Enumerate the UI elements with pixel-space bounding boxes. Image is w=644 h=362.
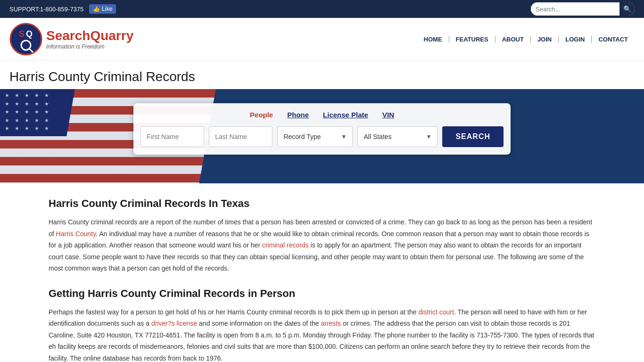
search-panel: People Phone License Plate VIN Record Ty…	[133, 103, 511, 155]
tab-vin[interactable]: VIN	[382, 111, 394, 121]
harris-county-link[interactable]: Harris County	[56, 230, 96, 238]
logo-title-part1: Search	[46, 28, 90, 43]
section1-text: Harris County criminal records are a rep…	[49, 216, 595, 274]
section1-heading: Harris County Criminal Records In Texas	[49, 197, 595, 210]
top-bar-left: SUPPORT:1-800-859-7375 👍 Like	[9, 4, 116, 14]
nav-login[interactable]: LOGIN	[559, 36, 592, 43]
top-bar: SUPPORT:1-800-859-7375 👍 Like 🔍	[0, 0, 644, 18]
logo-title: SearchQuarry	[46, 28, 133, 43]
tab-license-plate[interactable]: License Plate	[323, 111, 368, 121]
last-name-input[interactable]	[209, 133, 272, 140]
flag-stars: ★ ★ ★ ★ ★ ★ ★ ★ ★ ★ ★ ★ ★ ★ ★ ★ ★ ★ ★ ★ …	[5, 91, 66, 133]
nav-features[interactable]: FEATURES	[449, 36, 495, 43]
nav-home[interactable]: HOME	[417, 36, 449, 43]
drivers-license-link[interactable]: driver?s license	[151, 320, 197, 327]
all-states-arrow: ▼	[426, 133, 432, 140]
header: S Q SearchQuarry Information is Freedom …	[0, 18, 644, 61]
first-name-wrap	[140, 126, 204, 147]
fb-thumb-icon: 👍	[93, 6, 100, 12]
top-search-button[interactable]: 🔍	[619, 2, 635, 16]
district-court-link[interactable]: district court	[418, 308, 454, 316]
fb-like-button[interactable]: 👍 Like	[89, 4, 116, 14]
hero-banner: ★ ★ ★ ★ ★ ★ ★ ★ ★ ★ ★ ★ ★ ★ ★ ★ ★ ★ ★ ★ …	[0, 89, 644, 183]
svg-text:S: S	[19, 29, 25, 39]
logo-title-part2: Quarry	[90, 28, 133, 43]
record-type-label: Record Type	[283, 133, 321, 140]
logo-area: S Q SearchQuarry Information is Freedom	[9, 23, 133, 56]
criminal-records-link[interactable]: criminal records	[262, 241, 309, 249]
nav-contact[interactable]: CONTACT	[592, 36, 635, 43]
nav-join[interactable]: JOIN	[531, 36, 559, 43]
search-tabs: People Phone License Plate VIN	[133, 103, 511, 126]
arrests-link[interactable]: arrests	[321, 320, 341, 327]
section2-text: Perhaps the fastest way for a person to …	[49, 306, 595, 362]
logo-text: SearchQuarry Information is Freedom	[46, 28, 133, 50]
all-states-label: All States	[363, 133, 391, 140]
page-title: Harris County Criminal Records	[9, 69, 635, 84]
support-phone: SUPPORT:1-800-859-7375	[9, 6, 83, 13]
logo-icon: S Q	[9, 23, 42, 56]
all-states-dropdown[interactable]: All States ▼	[357, 126, 438, 147]
record-type-arrow: ▼	[341, 133, 347, 140]
logo-subtitle: Information is Freedom	[46, 43, 133, 50]
search-button[interactable]: SEARCH	[442, 126, 504, 147]
section-criminal-records: Harris County Criminal Records In Texas …	[49, 197, 595, 274]
section2-heading: Getting Harris County Criminal Records i…	[49, 288, 595, 300]
search-fields: Record Type ▼ All States ▼ SEARCH	[133, 126, 511, 155]
section-in-person: Getting Harris County Criminal Records i…	[49, 288, 595, 362]
tab-phone[interactable]: Phone	[287, 111, 309, 121]
page-title-bar: Harris County Criminal Records	[0, 61, 644, 89]
top-search-box[interactable]: 🔍	[531, 2, 635, 16]
last-name-wrap	[209, 126, 272, 147]
nav-about[interactable]: ABOUT	[495, 36, 531, 43]
first-name-input[interactable]	[141, 133, 204, 140]
record-type-dropdown[interactable]: Record Type ▼	[277, 126, 353, 147]
main-nav: HOME FEATURES ABOUT JOIN LOGIN CONTACT	[417, 36, 635, 43]
top-search-input[interactable]	[531, 2, 619, 16]
svg-text:Q: Q	[26, 29, 33, 39]
tab-people[interactable]: People	[250, 111, 273, 121]
main-content: Harris County Criminal Records In Texas …	[39, 183, 605, 362]
